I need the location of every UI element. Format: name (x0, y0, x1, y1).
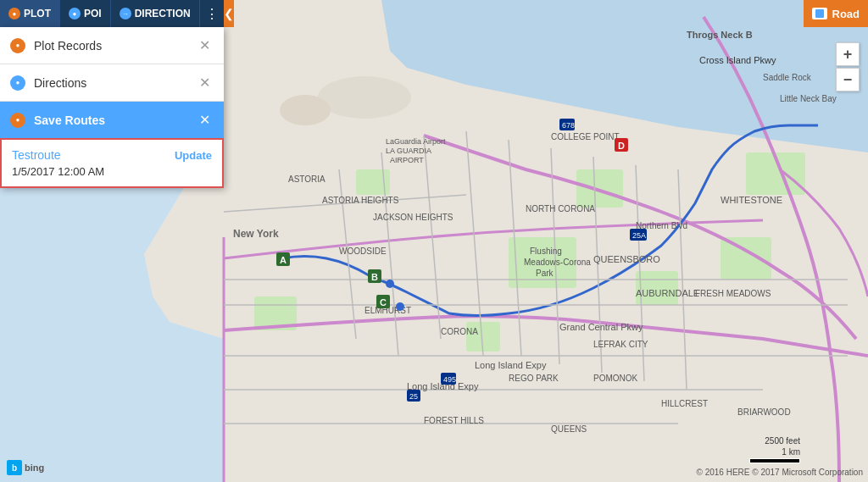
poi-icon: ● (69, 8, 81, 19)
save-routes-label: Save Routes (34, 114, 196, 127)
plot-records-icon (10, 38, 25, 53)
svg-text:COLLEGE POINT: COLLEGE POINT (551, 132, 620, 141)
svg-text:Saddle Rock: Saddle Rock (763, 73, 812, 82)
directions-icon (10, 75, 25, 91)
svg-text:FRESH MEADOWS: FRESH MEADOWS (695, 289, 771, 298)
plot-records-close[interactable]: ✕ (196, 36, 214, 55)
scale-label-feet: 2500 feet (765, 436, 800, 446)
route-record-header: Testroute Update (12, 148, 212, 162)
plot-button[interactable]: ● PLOT (0, 0, 60, 27)
svg-text:B: B (371, 272, 378, 282)
map-container: Throgs Neck B Cross Island Pkwy Little N… (0, 0, 868, 482)
save-routes-icon (10, 113, 25, 128)
plot-records-row[interactable]: Plot Records ✕ (0, 27, 224, 64)
svg-text:New York: New York (233, 228, 279, 240)
svg-text:Cross Island Pkwy: Cross Island Pkwy (699, 55, 776, 65)
svg-text:Long Island Expy: Long Island Expy (475, 360, 547, 370)
scale-bar: 2500 feet 1 km (749, 436, 800, 463)
route-date: 1/5/2017 12:00 AM (12, 165, 212, 178)
svg-point-73 (396, 302, 404, 311)
plot-records-label: Plot Records (34, 39, 196, 53)
svg-text:ASTORIA HEIGHTS: ASTORIA HEIGHTS (322, 196, 399, 205)
svg-text:WOODSIDE: WOODSIDE (339, 247, 387, 256)
svg-text:25: 25 (409, 392, 418, 401)
poi-label: POI (84, 8, 102, 19)
svg-text:Throgs Neck B: Throgs Neck B (687, 30, 753, 40)
directions-close[interactable]: ✕ (196, 73, 214, 92)
map-copyright: © 2016 HERE © 2017 Microsoft Corporation (697, 468, 864, 477)
svg-text:C: C (380, 297, 387, 307)
svg-text:Park: Park (536, 269, 554, 278)
zoom-in-button[interactable]: + (836, 42, 860, 66)
svg-text:Little Neck Bay: Little Neck Bay (780, 94, 837, 103)
svg-text:Flushing: Flushing (530, 247, 562, 256)
bing-text: bing (25, 463, 44, 473)
svg-text:A: A (280, 255, 287, 265)
more-icon: ⋮ (205, 6, 219, 22)
zoom-out-button[interactable]: − (836, 68, 860, 91)
route-name[interactable]: Testroute (12, 148, 61, 162)
svg-rect-13 (576, 169, 623, 208)
svg-text:BRIARWOOD: BRIARWOOD (737, 407, 791, 417)
svg-text:FOREST HILLS: FOREST HILLS (424, 416, 484, 425)
svg-text:NORTH CORONA: NORTH CORONA (526, 204, 595, 213)
road-icon (812, 8, 827, 19)
svg-text:LaGuardia Airport: LaGuardia Airport (386, 137, 446, 146)
svg-text:Meadows-Corona: Meadows-Corona (524, 258, 591, 267)
poi-button[interactable]: ● POI (60, 0, 111, 27)
direction-label: DIRECTION (135, 8, 191, 19)
svg-text:LEFRAK CITY: LEFRAK CITY (593, 340, 648, 349)
toolbar: ● PLOT ● POI → DIRECTION ⋮ ❮ (0, 0, 224, 27)
svg-text:QUEENS: QUEENS (551, 424, 587, 434)
svg-rect-10 (721, 237, 771, 280)
plot-icon: ● (8, 8, 20, 19)
route-record: Testroute Update 1/5/2017 12:00 AM (0, 138, 224, 188)
collapse-icon: ❮ (224, 7, 234, 20)
svg-text:HILLCREST: HILLCREST (661, 399, 708, 408)
svg-text:25A: 25A (632, 231, 646, 240)
route-update-button[interactable]: Update (175, 149, 212, 162)
plot-label: PLOT (24, 8, 51, 19)
svg-text:WHITESTONE: WHITESTONE (721, 195, 782, 205)
svg-text:678: 678 (562, 121, 575, 130)
collapse-button[interactable]: ❮ (224, 0, 234, 27)
directions-row[interactable]: Directions ✕ (0, 64, 224, 102)
svg-text:JACKSON HEIGHTS: JACKSON HEIGHTS (373, 213, 453, 222)
svg-text:Grand Central Pkwy: Grand Central Pkwy (559, 322, 643, 332)
svg-point-4 (318, 76, 411, 119)
zoom-controls: + − (836, 42, 860, 91)
svg-text:ASTORIA: ASTORIA (288, 175, 326, 184)
svg-text:495: 495 (443, 375, 456, 384)
save-routes-row[interactable]: Save Routes ✕ (0, 102, 224, 138)
svg-text:D: D (618, 141, 625, 151)
svg-text:QUEENSBORO: QUEENSBORO (593, 254, 660, 264)
svg-text:AUBURNDALE: AUBURNDALE (636, 288, 699, 298)
svg-text:LA GUARDIA: LA GUARDIA (386, 147, 431, 155)
road-view-button[interactable]: Road (804, 0, 869, 27)
svg-text:CORONA: CORONA (441, 327, 478, 336)
save-routes-close[interactable]: ✕ (196, 110, 214, 130)
svg-text:POMONOK: POMONOK (593, 374, 638, 383)
svg-point-72 (386, 280, 394, 288)
svg-text:AIRPORT: AIRPORT (390, 156, 424, 164)
road-label: Road (832, 8, 860, 20)
direction-button[interactable]: → DIRECTION (111, 0, 200, 27)
svg-point-5 (280, 95, 331, 125)
side-panel: Plot Records ✕ Directions ✕ Save Routes … (0, 27, 224, 188)
more-button[interactable]: ⋮ (200, 0, 224, 27)
bing-icon: b (7, 460, 22, 475)
scale-label-km: 1 km (782, 447, 800, 457)
direction-icon: → (120, 8, 131, 19)
directions-label: Directions (34, 76, 196, 90)
svg-text:REGO PARK: REGO PARK (509, 374, 559, 383)
scale-line (749, 458, 800, 463)
bing-logo: b bing (7, 460, 44, 475)
